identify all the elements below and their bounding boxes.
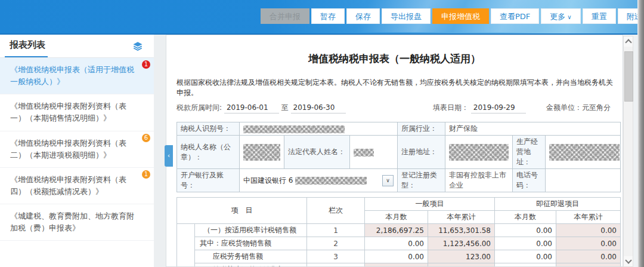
reg-address-label: 注册地址：: [398, 136, 445, 169]
sidebar-item-attachment-table1[interactable]: 《增值税纳税申报表附列资料（表一）（本期销售情况明细）》: [0, 94, 154, 131]
save-button[interactable]: 保存: [346, 8, 380, 24]
warning-count-badge: 6: [142, 134, 150, 142]
export-disk-button[interactable]: 导出报盘: [382, 8, 431, 24]
redacted-legal-rep: [354, 149, 374, 156]
reg-address-value: [445, 136, 513, 169]
cell-refund-ytd: 0.00: [556, 250, 621, 263]
sidebar-item-label: 《城建税、教育费附加、地方教育附加税（费）申报表》: [10, 211, 134, 232]
panel-gutter: [154, 35, 166, 267]
form-instruction: 根据国家税收法律法规及增值税相关规定制定本表。纳税人不论有无销售额，均应按税务机…: [177, 78, 613, 98]
declare-vat-button[interactable]: 申报增值税: [432, 8, 489, 24]
row-item-label: 应税劳务销售额: [195, 250, 307, 263]
vertical-scrollbar[interactable]: [623, 36, 633, 267]
sidebar-item-surtax-return[interactable]: 《城建税、教育费附加、地方教育附加税（费）申报表》: [0, 204, 154, 241]
phone-label: 电话号码：: [513, 169, 546, 192]
fill-date-label: 填表日期：: [433, 103, 469, 112]
cell-general-ytd: 11,653,301.58: [428, 224, 495, 237]
taxpayer-id-value: [240, 122, 398, 136]
chevron-up-icon: [625, 39, 631, 45]
bank-account-field[interactable]: 中国建设银行 6 ∨: [240, 169, 398, 192]
more-button[interactable]: 更多∨: [541, 8, 580, 24]
sidebar-item-label: 《增值税纳税申报表附列资料（表四）（税额抵减情况表）》: [10, 175, 126, 196]
col-header-item: 项 目: [177, 198, 307, 224]
row-item-label: 其中：应税货物销售额: [195, 237, 307, 250]
taxpayer-id-label: 纳税人识别号：: [177, 122, 240, 136]
amount-unit-note: 金额单位：元至角分: [546, 103, 611, 113]
col-header-ytd-general: 本年累计: [428, 211, 495, 224]
cell-refund-month[interactable]: 0.00: [495, 263, 556, 267]
cell-general-ytd: 1,123,456.00: [428, 237, 495, 250]
cell-refund-month[interactable]: 0.00: [495, 250, 556, 263]
period-end-field[interactable]: 2019-06-30: [291, 103, 346, 113]
cell-refund-month[interactable]: 0.00: [495, 237, 556, 250]
redacted-biz-address: [549, 144, 620, 161]
period-label: 税款所属时间:: [177, 103, 222, 112]
cell-refund-ytd: 0.00: [556, 237, 621, 250]
chevron-down-icon: [625, 257, 631, 263]
col-header-month-general: 本月数: [365, 211, 428, 224]
sidebar-header: 报表列表: [0, 35, 154, 58]
taxpayer-name-value: [240, 136, 284, 169]
sidebar-item-attachment-table2[interactable]: 《增值税纳税申报表附列资料（表二）（本期进项税额明细）》 6: [0, 131, 154, 168]
merge-declare-button: 合并申报: [261, 8, 309, 24]
warning-count-badge: 1: [142, 170, 150, 179]
sidebar-item-vat-main-return[interactable]: 《增值税纳税申报表（适用于增值税一般纳税人）》 1: [0, 58, 154, 94]
more-button-label: 更多: [550, 12, 565, 21]
bank-account-label: 开户银行及账号：: [177, 169, 240, 192]
cell-refund-month[interactable]: 0.00: [495, 224, 556, 237]
cell-general-month[interactable]: 0.00: [365, 237, 428, 250]
cell-general-month[interactable]: 0.00: [365, 250, 428, 263]
reg-type-label: 登记注册类型：: [398, 169, 445, 192]
redacted-taxpayer-name: [243, 144, 280, 161]
sidebar-collapse-handle[interactable]: ‹: [165, 145, 173, 167]
reg-type-value: 非国有控股非上市企业: [445, 169, 513, 192]
redacted-taxpayer-id: [243, 125, 345, 133]
sidebar-item-label: 《增值税纳税申报表（适用于增值税一般纳税人）》: [10, 65, 134, 86]
phone-value[interactable]: [546, 169, 621, 192]
layers-icon[interactable]: [132, 41, 143, 51]
table-row: 其中：应税货物销售额 2 0.00 1,123,456.00 0.00 0.00: [177, 237, 621, 250]
form-title: 增值税纳税申报表（一般纳税人适用）: [166, 52, 623, 66]
table-row: 纳税检查调整的销售额 4 0.00 0.00 0.00 0.00: [177, 263, 621, 267]
fill-date-field[interactable]: 2019-09-29: [471, 103, 526, 113]
reset-button[interactable]: 重置: [583, 8, 616, 24]
chevron-down-icon: ∨: [567, 14, 571, 20]
sidebar-title: 报表列表: [10, 39, 45, 51]
legal-rep-label: 法定代表人姓名：: [284, 136, 350, 169]
col-header-month-refund: 本月数: [495, 211, 556, 224]
row-line-no: 1: [307, 224, 365, 237]
cell-refund-ytd: 0.00: [556, 263, 621, 267]
row-item-label: 纳税检查调整的销售额: [195, 263, 307, 267]
sidebar-item-label: 《增值税纳税申报表附列资料（表二）（本期进项税额明细）》: [10, 139, 126, 159]
col-group-refund: 即征即退项目: [495, 198, 621, 211]
temp-save-button[interactable]: 暂存: [311, 8, 345, 24]
row-line-no: 2: [307, 237, 365, 250]
error-count-badge: 1: [142, 60, 150, 69]
biz-address-value: [546, 136, 621, 169]
row-line-no: 4: [307, 263, 365, 267]
col-header-ytd-refund: 本年累计: [556, 211, 621, 224]
cell-general-ytd: 123.00: [428, 250, 495, 263]
row-line-no: 3: [307, 250, 365, 263]
biz-address-label: 生产经营地址：: [513, 136, 546, 169]
scrollbar-thumb[interactable]: [624, 51, 633, 102]
col-header-line-no: 栏次: [307, 198, 365, 224]
top-banner: 合并申报 暂存 保存 导出报盘 申报增值税 查看PDF 更多∨ 重置 附送资料: [0, 0, 644, 35]
form-panel: 增值税纳税申报表（一般纳税人适用） 根据国家税收法律法规及增值税相关规定制定本表…: [166, 35, 623, 267]
taxpayer-name-label: 纳税人名称（公章）：: [177, 136, 240, 169]
industry-label: 所属行业：: [398, 122, 445, 136]
view-pdf-button[interactable]: 查看PDF: [491, 8, 539, 24]
cell-general-month: 2,186,697.25: [365, 224, 428, 237]
sidebar-item-attachment-table4[interactable]: 《增值税纳税申报表附列资料（表四）（税额抵减情况表）》 1: [0, 168, 154, 204]
period-start-field[interactable]: 2019-06-01: [224, 103, 279, 113]
scroll-down-button[interactable]: [624, 256, 633, 266]
col-group-general: 一般项目: [365, 198, 495, 211]
bank-dropdown-button[interactable]: ∨: [382, 175, 394, 186]
sidebar-item-label: 《增值税纳税申报表附列资料（表一）（本期销售情况明细）》: [10, 102, 126, 122]
cell-refund-ytd: 0.00: [556, 224, 621, 237]
cell-general-month: 0.00: [365, 263, 428, 267]
scroll-up-button[interactable]: [624, 36, 633, 47]
table-row: 应税劳务销售额 3 0.00 123.00 0.00 0.00: [177, 250, 621, 263]
report-list-sidebar: 报表列表 《增值税纳税申报表（适用于增值税一般纳税人）》 1 《增值税纳税申报表…: [0, 35, 154, 267]
toolbar: 合并申报 暂存 保存 导出报盘 申报增值税 查看PDF 更多∨ 重置 附送资料: [261, 8, 644, 24]
